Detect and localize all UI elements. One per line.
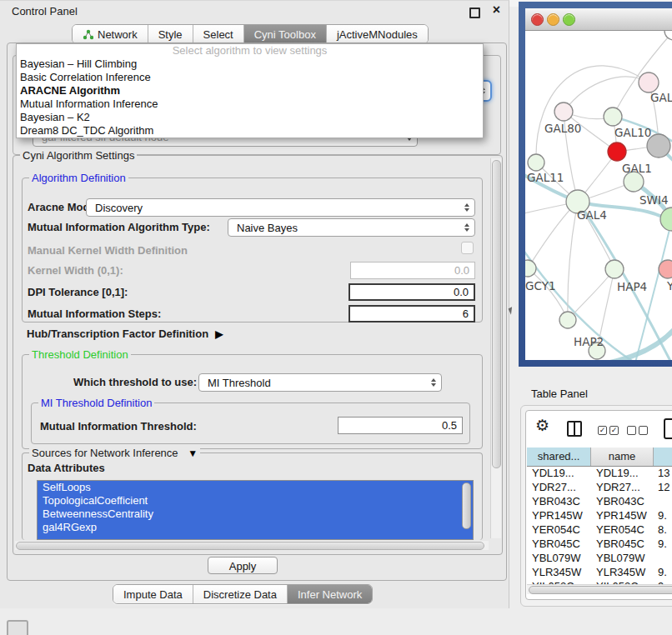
- network-edge[interactable]: [528, 268, 568, 320]
- network-edge[interactable]: [564, 77, 649, 112]
- node-gal1-red[interactable]: [608, 142, 626, 161]
- bottom-tab-impute-data[interactable]: Impute Data: [113, 585, 193, 603]
- tab-network[interactable]: Network: [73, 25, 148, 43]
- mi-steps-field[interactable]: 6: [349, 305, 475, 322]
- settings-vertical-scrollbar[interactable]: [490, 158, 501, 538]
- table-row[interactable]: YDR27...YDR27...12: [527, 480, 672, 494]
- which-threshold-label: Which threshold to use:: [73, 376, 197, 388]
- network-canvas[interactable]: GALGAL80GAL10GAL1GAL11SWI4GAL4GCY1HAP4YH…: [525, 31, 672, 360]
- zoom-traffic-light-icon[interactable]: [563, 13, 575, 26]
- which-threshold-combo[interactable]: MI Threshold: [198, 373, 442, 392]
- settings-horizontal-scrollbar[interactable]: [15, 541, 489, 550]
- hub-transcription-factor-toggle[interactable]: Hub/Transcription Factor Definition▶: [27, 328, 223, 340]
- node-gal11[interactable]: [528, 154, 544, 171]
- minimize-traffic-light-icon[interactable]: [547, 13, 559, 26]
- network-edge[interactable]: [568, 269, 614, 320]
- network-view-window: GALGAL80GAL10GAL1GAL11SWI4GAL4GCY1HAP4YH…: [519, 2, 672, 367]
- column-header-partial[interactable]: [654, 448, 672, 466]
- table-row[interactable]: YBL079WYBL079W: [527, 551, 672, 565]
- table-cell: 12: [653, 480, 672, 494]
- node-hap4[interactable]: [605, 260, 624, 278]
- node-salmon[interactable]: [659, 260, 672, 278]
- table-cell: YPR145W: [527, 508, 591, 522]
- attribute-item-selfloops[interactable]: SelfLoops: [38, 481, 473, 494]
- algorithm-option-bayesian-k2[interactable]: Bayesian – K2: [17, 111, 483, 124]
- algorithm-option-basic-correlation-inference[interactable]: Basic Correlation Inference: [17, 71, 483, 84]
- algorithm-option-aracne-algorithm[interactable]: ARACNE Algorithm: [17, 84, 483, 98]
- table-row[interactable]: YLR345WYLR345W9.: [527, 565, 672, 579]
- mi-steps-row: Mutual Information Steps: 6: [23, 305, 482, 323]
- split-columns-icon[interactable]: [567, 421, 582, 437]
- table-cell: YDL19...: [591, 466, 653, 480]
- data-attributes-label: Data Attributes: [28, 462, 105, 474]
- settings-vertical-scrollbar-thumb[interactable]: [492, 160, 501, 468]
- node-label-hap4: HAP4: [617, 280, 647, 293]
- bottom-tab-discretize-data[interactable]: Discretize Data: [193, 585, 287, 603]
- table-row[interactable]: YPR145WYPR145W9.: [527, 508, 672, 522]
- gear-icon[interactable]: ⚙: [535, 418, 549, 434]
- node-label-gcy1: GCY1: [525, 279, 556, 292]
- network-edge[interactable]: [536, 66, 649, 162]
- mi-algorithm-type-label: Mutual Information Algorithm Type:: [28, 221, 210, 233]
- algorithm-option-dream8-dc-tdc-algorithm[interactable]: Dream8 DC_TDC Algorithm: [17, 124, 483, 138]
- tab-style[interactable]: Style: [148, 25, 193, 43]
- node-label-gal: GAL: [650, 91, 672, 104]
- attribute-item-gal4rgexp[interactable]: gal4RGexp: [38, 521, 473, 534]
- bottom-tab-infer-network[interactable]: Infer Network: [287, 585, 372, 603]
- table-cell: 8.: [653, 522, 672, 537]
- table-horizontal-scrollbar-thumb[interactable]: [529, 586, 672, 594]
- apply-button[interactable]: Apply: [208, 557, 278, 574]
- algorithm-option-mutual-information-inference[interactable]: Mutual Information Inference: [17, 98, 483, 111]
- float-window-icon[interactable]: [469, 8, 480, 18]
- table-row[interactable]: YER054CYER054C8.: [527, 522, 672, 537]
- cyni-algorithm-settings-group: Cyni Algorithm Settings Algorithm Defini…: [13, 155, 503, 555]
- list-scrollbar-thumb[interactable]: [462, 482, 471, 529]
- settings-horizontal-scrollbar-thumb[interactable]: [16, 542, 484, 550]
- tab-jactivemnodules[interactable]: jActiveMNodules: [326, 25, 428, 43]
- mi-algorithm-type-combo[interactable]: Naive Bayes: [228, 218, 475, 237]
- table-row[interactable]: YBR045CYBR045C9.: [527, 537, 672, 551]
- tab-content-panel: gal-filtered sif default node Select alg…: [7, 42, 507, 581]
- node-label-gal1: GAL1: [622, 162, 652, 175]
- column-header-shared...[interactable]: shared...: [527, 448, 591, 466]
- node-hap2[interactable]: [559, 312, 576, 328]
- document-icon[interactable]: [664, 418, 672, 439]
- attribute-item-topologicalcoefficient[interactable]: TopologicalCoefficient: [38, 494, 473, 508]
- tab-label: Network: [98, 28, 138, 41]
- tab-label: Select: [203, 28, 233, 41]
- tab-cyni-toolbox[interactable]: Cyni Toolbox: [243, 25, 326, 43]
- table-cell: [653, 494, 672, 508]
- aracne-mode-combo[interactable]: Discovery: [86, 198, 475, 217]
- collapsed-panel-box[interactable]: [7, 620, 28, 635]
- close-icon[interactable]: ×: [493, 2, 500, 18]
- mi-threshold-group-title: MI Threshold Definition: [38, 397, 154, 409]
- node-gal80[interactable]: [554, 102, 573, 121]
- node-green-right[interactable]: [660, 208, 672, 231]
- algorithm-option-bayesian-hill-climbing[interactable]: Bayesian – Hill Climbing: [17, 58, 483, 71]
- node-gal10[interactable]: [604, 108, 622, 126]
- node-pink-top[interactable]: [639, 72, 659, 92]
- settings-group-title: Cyni Algorithm Settings: [20, 149, 137, 162]
- unchecked-pair-icon[interactable]: [627, 426, 648, 435]
- tab-label: Style: [158, 28, 183, 41]
- network-icon: [83, 29, 93, 40]
- table-row[interactable]: YDL19...YDL19...13: [527, 466, 672, 480]
- data-attributes-list[interactable]: SelfLoopsTopologicalCoefficientBetweenne…: [37, 480, 474, 540]
- node-top-partial[interactable]: [664, 31, 672, 40]
- table-row[interactable]: YBR043CYBR043C: [527, 494, 672, 508]
- attribute-item-betweennesscentrality[interactable]: BetweennessCentrality: [38, 508, 473, 521]
- dpi-tolerance-field[interactable]: 0.0: [349, 283, 475, 301]
- table-horizontal-scrollbar[interactable]: [527, 584, 672, 594]
- collapse-triangle-icon[interactable]: ▼: [188, 448, 198, 459]
- control-panel-titlebar[interactable]: Control Panel ×: [0, 1, 509, 22]
- checked-pair-icon[interactable]: ✓✓: [598, 426, 619, 435]
- node-label-y: Y: [666, 279, 672, 292]
- table-cell: YBR045C: [591, 537, 653, 551]
- mi-threshold-label: Mutual Information Threshold:: [40, 420, 197, 432]
- close-traffic-light-icon[interactable]: [531, 13, 544, 26]
- network-window-titlebar[interactable]: [525, 8, 672, 31]
- table-cell: YLR345W: [591, 565, 653, 579]
- column-header-name[interactable]: name: [591, 448, 653, 466]
- tab-select[interactable]: Select: [193, 25, 243, 43]
- mi-threshold-field[interactable]: 0.5: [338, 417, 463, 434]
